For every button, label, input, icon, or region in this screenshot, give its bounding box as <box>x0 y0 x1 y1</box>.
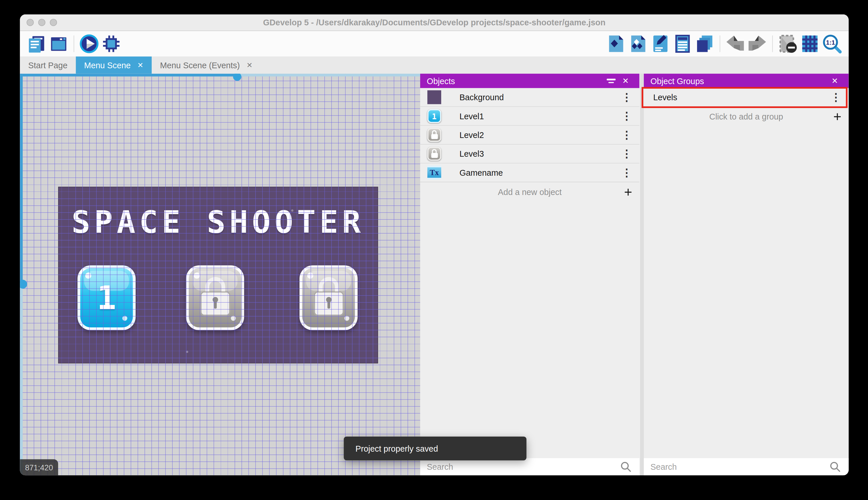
kebab-menu-icon[interactable]: ⋮ <box>830 91 841 103</box>
level1-number: 1 <box>80 268 133 328</box>
tabbar: Start Page Menu Scene ✕ Menu Scene (Even… <box>20 56 848 74</box>
lock-icon <box>313 277 344 316</box>
toolbar-divider <box>74 35 74 52</box>
object-thumbnail <box>427 128 441 142</box>
kebab-menu-icon[interactable]: ⋮ <box>621 128 632 141</box>
vertical-scrollbar-handle[interactable] <box>20 280 27 288</box>
instances-list-icon[interactable] <box>671 33 694 55</box>
object-row-level3[interactable]: Level3 ⋮ <box>420 145 640 163</box>
scene-window-icon[interactable] <box>47 33 70 55</box>
panel-divider[interactable] <box>640 74 644 476</box>
groups-search-input[interactable] <box>650 462 829 471</box>
window-mask-icon[interactable] <box>777 33 799 55</box>
level3-button-instance[interactable] <box>300 265 358 330</box>
object-groups-panel-header: Object Groups ✕ <box>644 74 849 88</box>
object-label: Level2 <box>460 130 484 140</box>
plus-icon[interactable]: + <box>833 107 842 126</box>
scene-title-text[interactable]: SPACE SHOOTER <box>59 204 378 240</box>
objects-search-input[interactable] <box>427 462 619 471</box>
content: SPACE SHOOTER 1 <box>20 74 848 476</box>
toolbar-divider <box>772 35 773 52</box>
object-label: Gamename <box>460 168 503 178</box>
scene-canvas[interactable]: SPACE SHOOTER 1 <box>20 74 420 476</box>
tab-menu-scene[interactable]: Menu Scene ✕ <box>76 56 152 74</box>
search-icon <box>829 460 842 473</box>
scene-background-instance[interactable]: SPACE SHOOTER 1 <box>58 186 378 363</box>
zoom-one-to-one-icon[interactable]: 1:1 <box>821 33 843 55</box>
window-title: GDevelop 5 - /Users/dkarakay/Documents/G… <box>20 14 848 31</box>
kebab-menu-icon[interactable]: ⋮ <box>621 147 632 160</box>
horizontal-scrollbar-handle[interactable] <box>233 74 242 81</box>
kebab-menu-icon[interactable]: ⋮ <box>621 91 632 103</box>
tab-label: Start Page <box>28 60 67 70</box>
level2-button-instance[interactable] <box>186 265 244 330</box>
groups-search-row <box>644 458 849 476</box>
tab-label: Menu Scene <box>84 60 131 70</box>
tab-start-page[interactable]: Start Page <box>20 56 76 74</box>
close-icon[interactable]: ✕ <box>137 61 143 69</box>
redo-icon[interactable] <box>746 33 769 55</box>
properties-icon[interactable] <box>649 33 671 55</box>
objects-panel-title: Objects <box>427 76 604 86</box>
object-label: Background <box>460 92 504 102</box>
objects-panel-empty-area <box>420 201 640 458</box>
tab-label: Menu Scene (Events) <box>160 60 240 70</box>
undo-icon[interactable] <box>724 33 746 55</box>
add-object-button[interactable]: Add a new object + <box>420 182 640 201</box>
object-thumbnail: Tx <box>427 166 441 180</box>
add-group-button[interactable]: Click to add a group + <box>644 107 849 126</box>
grid-icon[interactable] <box>799 33 821 55</box>
vertical-scrollbar[interactable] <box>20 74 23 476</box>
search-icon <box>619 460 633 473</box>
objects-panel-icon[interactable] <box>605 33 627 55</box>
object-row-background[interactable]: Background ⋮ <box>420 88 640 107</box>
tab-menu-scene-events[interactable]: Menu Scene (Events) ✕ <box>152 56 261 74</box>
zoom-label: 1:1 <box>826 39 835 46</box>
horizontal-scrollbar[interactable] <box>20 74 420 77</box>
group-label: Levels <box>653 92 677 102</box>
kebab-menu-icon[interactable]: ⋮ <box>621 166 632 179</box>
group-row-levels[interactable]: Levels ⋮ <box>644 88 849 107</box>
object-row-gamename[interactable]: Tx Gamename ⋮ <box>420 163 640 182</box>
object-groups-panel-title: Object Groups <box>650 76 828 86</box>
plus-icon[interactable]: + <box>624 182 632 201</box>
save-toast: Project properly saved <box>344 436 526 461</box>
toolbar: 1:1 <box>20 31 848 56</box>
level1-button-instance[interactable]: 1 <box>78 265 136 330</box>
object-label: Level1 <box>460 112 484 121</box>
close-icon[interactable]: ✕ <box>828 74 842 88</box>
object-groups-panel: Object Groups ✕ Levels ⋮ Click to add a … <box>644 74 849 476</box>
objects-panel: Objects ✕ Background ⋮ 1 Level1 ⋮ <box>420 74 640 476</box>
object-thumbnail <box>427 90 441 104</box>
object-thumbnail: 1 <box>427 109 441 123</box>
close-icon[interactable]: ✕ <box>619 74 633 88</box>
objects-panel-header: Objects ✕ <box>420 74 640 88</box>
object-label: Level3 <box>460 149 484 158</box>
titlebar: GDevelop 5 - /Users/dkarakay/Documents/G… <box>20 14 848 31</box>
add-object-label: Add a new object <box>498 187 562 196</box>
object-row-level2[interactable]: Level2 ⋮ <box>420 126 640 145</box>
add-group-label: Click to add a group <box>709 112 783 121</box>
debug-icon[interactable] <box>100 33 122 55</box>
kebab-menu-icon[interactable]: ⋮ <box>621 110 632 122</box>
objects-search-row <box>420 458 640 476</box>
toolbar-divider <box>720 35 720 52</box>
filter-icon[interactable] <box>604 74 619 88</box>
close-icon[interactable]: ✕ <box>246 61 253 69</box>
project-manager-icon[interactable] <box>25 33 47 55</box>
groups-panel-empty-area <box>644 126 849 458</box>
object-row-level1[interactable]: 1 Level1 ⋮ <box>420 107 640 126</box>
cursor-coordinates-badge: 871;420 <box>20 459 58 476</box>
object-groups-icon[interactable] <box>627 33 649 55</box>
screen: GDevelop 5 - /Users/dkarakay/Documents/G… <box>0 0 868 500</box>
layers-icon[interactable] <box>694 33 716 55</box>
play-icon[interactable] <box>78 33 100 55</box>
object-thumbnail <box>427 147 441 161</box>
app-window: GDevelop 5 - /Users/dkarakay/Documents/G… <box>20 14 848 475</box>
lock-icon <box>199 277 231 316</box>
